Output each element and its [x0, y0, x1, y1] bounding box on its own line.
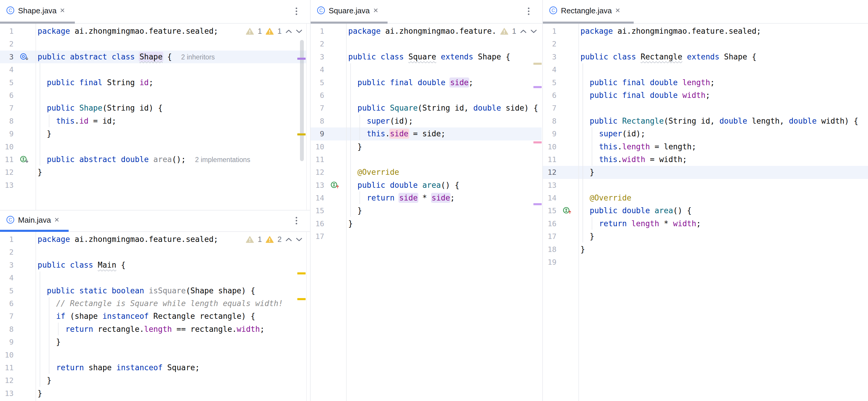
weak-warning-icon[interactable] — [246, 28, 254, 35]
code-line[interactable]: 2 — [0, 38, 306, 50]
tab-shape-java[interactable]: C Shape.java — [0, 0, 65, 22]
code-line[interactable]: 6 // Rectangle is Square while length eq… — [0, 297, 306, 310]
code-line[interactable]: 12 @Override — [311, 166, 542, 179]
overrides-icon[interactable] — [562, 206, 572, 217]
code-editor[interactable]: 1package ai.zhongmingmao.feature.sealed;… — [311, 24, 542, 401]
code-line[interactable]: 9 } — [0, 128, 306, 140]
code-line[interactable]: 5 public final double side; — [311, 76, 542, 89]
chevron-up-icon[interactable] — [520, 29, 527, 33]
code-line[interactable]: 4 — [0, 271, 306, 284]
analysis-stripe-mark[interactable] — [297, 58, 306, 60]
code-line[interactable]: 15 } — [311, 204, 542, 217]
code-line[interactable]: 11 return shape instanceof Square; — [0, 361, 306, 374]
pane-divider-vertical[interactable] — [310, 0, 311, 401]
code-line[interactable]: 14 return side * side; — [311, 192, 542, 204]
analysis-stripe-mark[interactable] — [533, 86, 542, 88]
code-line[interactable]: 3public abstract class Shape { 2 inherit… — [0, 51, 306, 63]
code-line[interactable]: 3public class Square extends Shape { — [311, 51, 542, 63]
weak-warning-icon[interactable] — [246, 236, 254, 243]
analysis-stripe-mark[interactable] — [297, 298, 306, 300]
code-line[interactable]: 16} — [311, 218, 542, 230]
code-line[interactable]: 6 — [311, 89, 542, 102]
pane-divider-vertical[interactable] — [542, 0, 543, 401]
overrides-icon[interactable] — [330, 181, 340, 191]
code-line[interactable]: 6 — [0, 89, 306, 102]
tab-bar: C Main.java — [0, 210, 310, 232]
tab-rectangle-java[interactable]: C Rectangle.java — [543, 0, 620, 22]
code-editor[interactable]: 1package ai.zhongmingmao.feature.sealed;… — [0, 24, 310, 210]
code-line[interactable]: 9 this.side = side; — [311, 128, 542, 140]
code-line[interactable]: 5 public final String id; — [0, 76, 306, 89]
code-line[interactable]: 12 } — [0, 374, 306, 387]
code-line[interactable]: 5 public final double length; — [543, 76, 868, 89]
code-line[interactable]: 7 public Shape(String id) { — [0, 102, 306, 114]
more-menu-icon[interactable] — [527, 6, 530, 17]
analysis-stripe-mark[interactable] — [533, 203, 542, 205]
chevron-down-icon[interactable] — [530, 29, 537, 33]
analysis-stripe-mark[interactable] — [297, 133, 306, 135]
code-line[interactable]: 7 — [543, 102, 868, 114]
inspections-widget[interactable]: 12 — [242, 233, 302, 246]
chevron-down-icon[interactable] — [296, 29, 302, 33]
code-line[interactable]: 8 super(id); — [311, 115, 542, 128]
close-icon[interactable] — [373, 8, 378, 14]
code-line[interactable]: 15 public double area() { — [543, 204, 868, 217]
analysis-stripe-mark[interactable] — [533, 141, 542, 143]
pane-divider-horizontal[interactable] — [0, 210, 310, 210]
tab-main-java[interactable]: C Main.java — [0, 210, 59, 230]
analysis-stripe-mark[interactable] — [297, 272, 306, 274]
code-line[interactable]: 7 if (shape instanceof Rectangle rectang… — [0, 310, 306, 323]
code-line[interactable]: 9 } — [0, 336, 306, 348]
chevron-up-icon[interactable] — [285, 237, 292, 242]
code-line[interactable]: 13 public double area() { — [311, 179, 542, 192]
code-line[interactable]: 13 — [543, 179, 868, 192]
chevron-up-icon[interactable] — [285, 29, 292, 33]
code-line[interactable]: 13 — [0, 179, 306, 192]
warning-icon[interactable] — [266, 28, 274, 35]
code-line[interactable]: 12} — [0, 166, 306, 179]
code-line[interactable]: 2 — [0, 246, 306, 259]
code-line[interactable]: 14 @Override — [543, 192, 868, 204]
code-line[interactable]: 13} — [0, 387, 306, 400]
code-line[interactable]: 4 — [543, 63, 868, 76]
code-line[interactable]: 4 — [0, 63, 306, 76]
code-line[interactable]: 2 — [543, 38, 868, 50]
analysis-stripe-mark[interactable] — [533, 63, 542, 65]
more-menu-icon[interactable] — [295, 216, 298, 227]
code-editor[interactable]: 1package ai.zhongmingmao.feature.sealed;… — [543, 24, 868, 401]
code-editor[interactable]: 1package ai.zhongmingmao.feature.sealed;… — [0, 232, 310, 401]
implemented-icon[interactable] — [20, 155, 29, 166]
weak-warning-icon[interactable] — [500, 28, 508, 35]
code-line[interactable]: 3public class Rectangle extends Shape { — [543, 51, 868, 63]
close-icon[interactable] — [60, 8, 65, 14]
code-line[interactable]: 1package ai.zhongmingmao.feature.sealed; — [543, 25, 868, 38]
code-line[interactable]: 10 — [0, 140, 306, 153]
chevron-down-icon[interactable] — [296, 237, 302, 242]
code-line[interactable]: 7 public Square(String id, double side) … — [311, 102, 542, 114]
code-line[interactable]: 18} — [543, 243, 868, 256]
code-line[interactable]: 3public class Main { — [0, 259, 306, 271]
code-line[interactable]: 5 public static boolean isSquare(Shape s… — [0, 285, 306, 297]
code-line[interactable]: 11 public abstract double area(); 2 impl… — [0, 153, 306, 166]
warning-icon[interactable] — [266, 236, 274, 243]
more-menu-icon[interactable] — [295, 6, 298, 17]
code-line[interactable]: 11 — [311, 153, 542, 166]
code-line[interactable]: 8 public Rectangle(String id, double len… — [543, 115, 868, 128]
code-line[interactable]: 17 — [311, 230, 542, 243]
code-line[interactable]: 10 — [0, 349, 306, 361]
code-line[interactable]: 17 } — [543, 230, 868, 243]
tab-square-java[interactable]: C Square.java — [311, 0, 378, 22]
code-line[interactable]: 19 — [543, 256, 868, 269]
code-line[interactable]: 8 return rectangle.length == rectangle.w… — [0, 323, 306, 336]
code-line[interactable]: 12 } — [543, 166, 868, 179]
inspections-widget[interactable]: 1 — [497, 25, 537, 38]
close-icon[interactable] — [54, 217, 59, 224]
code-line[interactable]: 2 — [311, 38, 542, 50]
subclassed-icon[interactable] — [20, 52, 29, 63]
close-icon[interactable] — [615, 8, 620, 14]
code-line[interactable]: 8 this.id = id; — [0, 115, 306, 128]
code-line[interactable]: 4 — [311, 63, 542, 76]
code-line[interactable]: 10 } — [311, 140, 542, 153]
code-line[interactable]: 6 public final double width; — [543, 89, 868, 102]
inspections-widget[interactable]: 11 — [242, 25, 302, 38]
